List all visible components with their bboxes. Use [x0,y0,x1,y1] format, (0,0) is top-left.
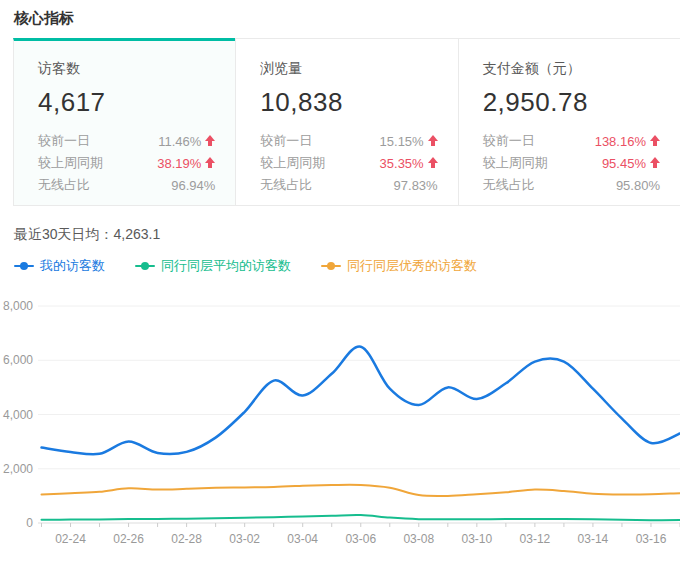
metric-row: 无线占比 97.83% [260,174,437,196]
metric-label: 浏览量 [260,60,437,78]
row-label: 较前一日 [260,132,312,150]
metric-row: 较上周同期 35.35% [260,152,437,174]
row-value: 11.46% [158,134,201,149]
y-axis-tick-label: 4,000 [3,408,33,422]
legend-label: 同行同层平均的访客数 [161,257,291,275]
row-label: 较前一日 [483,132,535,150]
row-label: 无线占比 [38,176,90,194]
metric-row: 较上周同期 38.19% [38,152,215,174]
arrow-up-icon [428,135,438,147]
series-line-2 [42,485,680,496]
y-axis-tick-label: 6,000 [3,353,33,367]
legend-item-peer-excellent[interactable]: 同行同层优秀的访客数 [321,257,477,275]
row-label: 较前一日 [38,132,90,150]
metric-row: 较上周同期 95.45% [483,152,660,174]
row-value: 96.94% [171,178,215,193]
row-label: 较上周同期 [260,154,325,172]
y-axis-tick-label: 0 [26,516,33,530]
metric-card-payment[interactable]: 支付金额（元） 2,950.78 较前一日 138.16% 较上周同期 95.4… [458,38,680,205]
metric-row: 无线占比 96.94% [38,174,215,196]
y-axis-tick-label: 2,000 [3,462,33,476]
arrow-up-icon [650,157,660,169]
row-label: 无线占比 [483,176,535,194]
x-axis-tick-label: 03-06 [345,532,376,546]
row-value: 95.45% [602,156,646,171]
x-axis-tick-label: 03-14 [578,532,609,546]
arrow-up-icon [428,157,438,169]
row-value: 138.16% [595,134,646,149]
x-axis-tick-label: 03-10 [461,532,492,546]
metric-row: 无线占比 95.80% [483,174,660,196]
metric-card-pageviews[interactable]: 浏览量 10,838 较前一日 15.15% 较上周同期 35.35% 无线占比… [235,38,457,205]
dashboard-page: 核心指标 访客数 4,617 较前一日 11.46% 较上周同期 38.19% … [0,0,680,562]
x-axis-tick-label: 03-12 [520,532,551,546]
row-label: 较上周同期 [483,154,548,172]
x-axis-tick-label: 03-08 [403,532,434,546]
series-line-1 [42,515,680,520]
row-value: 35.35% [380,156,424,171]
metric-rows: 较前一日 138.16% 较上周同期 95.45% 无线占比 95.80% [483,130,660,196]
row-label: 无线占比 [260,176,312,194]
metric-value: 2,950.78 [483,87,660,118]
chart-legend: 我的访客数 同行同层平均的访客数 同行同层优秀的访客数 [14,257,477,275]
legend-line-dot-icon [135,261,155,271]
legend-label: 同行同层优秀的访客数 [347,257,477,275]
visitors-trend-chart: 02,0004,0006,0008,00002-2402-2602-2803-0… [0,290,680,562]
metric-cards-row: 访客数 4,617 较前一日 11.46% 较上周同期 38.19% 无线占比 … [13,38,680,206]
line-chart-svg: 02,0004,0006,0008,00002-2402-2602-2803-0… [0,290,680,562]
metric-row: 较前一日 11.46% [38,130,215,152]
legend-line-dot-icon [14,261,34,271]
metric-label: 访客数 [38,60,215,78]
thirty-day-average-label: 最近30天日均：4,263.1 [14,226,160,244]
row-label: 较上周同期 [38,154,103,172]
row-value: 97.83% [394,178,438,193]
arrow-up-icon [205,135,215,147]
x-axis-tick-label: 02-24 [55,532,86,546]
x-axis-tick-label: 03-16 [636,532,667,546]
metric-row: 较前一日 15.15% [260,130,437,152]
metric-label: 支付金额（元） [483,60,660,78]
arrow-up-icon [650,135,660,147]
metric-row: 较前一日 138.16% [483,130,660,152]
row-value: 38.19% [157,156,201,171]
metric-value: 10,838 [260,87,437,118]
metric-card-visitors[interactable]: 访客数 4,617 较前一日 11.46% 较上周同期 38.19% 无线占比 … [13,38,235,205]
row-value: 15.15% [380,134,424,149]
page-title: 核心指标 [14,9,74,28]
legend-item-peer-average[interactable]: 同行同层平均的访客数 [135,257,291,275]
metric-value: 4,617 [38,87,215,118]
legend-line-dot-icon [321,261,341,271]
metric-rows: 较前一日 15.15% 较上周同期 35.35% 无线占比 97.83% [260,130,437,196]
y-axis-tick-label: 8,000 [3,299,33,313]
legend-item-my-visitors[interactable]: 我的访客数 [14,257,105,275]
legend-label: 我的访客数 [40,257,105,275]
row-value: 95.80% [616,178,660,193]
x-axis-tick-label: 02-26 [113,532,144,546]
series-line-0 [42,346,680,454]
x-axis-tick-label: 03-02 [229,532,260,546]
x-axis-tick-label: 03-04 [287,532,318,546]
x-axis-tick-label: 02-28 [171,532,202,546]
arrow-up-icon [205,157,215,169]
metric-rows: 较前一日 11.46% 较上周同期 38.19% 无线占比 96.94% [38,130,215,196]
